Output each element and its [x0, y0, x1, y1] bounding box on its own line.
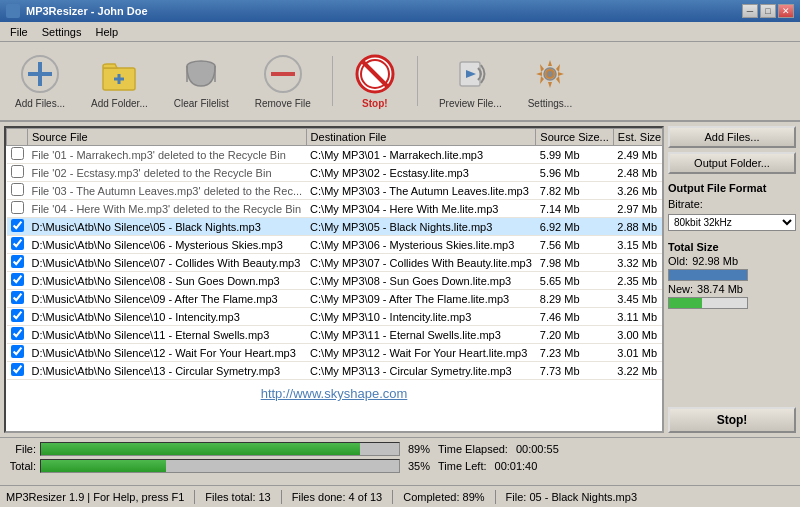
preview-file-icon: [449, 53, 491, 95]
menu-file[interactable]: File: [4, 25, 34, 39]
row-source: File '01 - Marrakech.mp3' deleted to the…: [28, 146, 307, 164]
row-checkbox[interactable]: [11, 345, 24, 358]
row-checkbox[interactable]: [11, 273, 24, 286]
preview-file-label: Preview File...: [439, 98, 502, 109]
title-bar: MP3Resizer - John Doe ─ □ ✕: [0, 0, 800, 22]
new-size-bar: [669, 298, 702, 308]
file-progress-container: [40, 442, 400, 456]
toolbar-separator-2: [417, 56, 418, 106]
row-dest: C:\My MP3\09 - After The Flame.lite.mp3: [306, 290, 536, 308]
table-row[interactable]: D:\Music\Atb\No Silence\13 - Circular Sy…: [7, 362, 665, 380]
row-checkbox[interactable]: [11, 309, 24, 322]
col-dest: Destination File: [306, 129, 536, 146]
menu-settings[interactable]: Settings: [36, 25, 88, 39]
table-row[interactable]: D:\Music\Atb\No Silence\11 - Eternal Swe…: [7, 326, 665, 344]
row-checkbox-cell: [7, 254, 28, 272]
row-checkbox[interactable]: [11, 147, 24, 160]
status-sep-4: [495, 490, 496, 504]
toolbar: Add Files... Add Folder... Clear Filelis…: [0, 42, 800, 122]
row-dest: C:\My MP3\10 - Intencity.lite.mp3: [306, 308, 536, 326]
row-est-size: 3.22 Mb: [613, 362, 664, 380]
time-left-value: 00:01:40: [495, 460, 538, 472]
files-done: Files done: 4 of 13: [292, 491, 383, 503]
row-dest: C:\My MP3\12 - Wait For Your Heart.lite.…: [306, 344, 536, 362]
row-src-size: 7.56 Mb: [536, 236, 613, 254]
row-source: D:\Music\Atb\No Silence\08 - Sun Goes Do…: [28, 272, 307, 290]
row-checkbox[interactable]: [11, 327, 24, 340]
row-est-size: 3.32 Mb: [613, 254, 664, 272]
row-source: D:\Music\Atb\No Silence\11 - Eternal Swe…: [28, 326, 307, 344]
row-est-size: 3.15 Mb: [613, 236, 664, 254]
status-bar: MP3Resizer 1.9 | For Help, press F1 File…: [0, 485, 800, 507]
table-row[interactable]: D:\Music\Atb\No Silence\10 - Intencity.m…: [7, 308, 665, 326]
old-size-bar: [669, 270, 747, 280]
time-left-label: Time Left:: [438, 460, 487, 472]
table-row[interactable]: File '01 - Marrakech.mp3' deleted to the…: [7, 146, 665, 164]
file-progress-label: File:: [6, 443, 36, 455]
add-folder-label: Add Folder...: [91, 98, 148, 109]
table-row[interactable]: D:\Music\Atb\No Silence\09 - After The F…: [7, 290, 665, 308]
row-est-size: 3.00 Mb: [613, 326, 664, 344]
close-button[interactable]: ✕: [778, 4, 794, 18]
add-files-button[interactable]: Add Files...: [6, 48, 74, 114]
file-list-container[interactable]: Source File Destination File Source Size…: [4, 126, 664, 433]
remove-file-icon: [262, 53, 304, 95]
row-checkbox[interactable]: [11, 165, 24, 178]
row-src-size: 7.46 Mb: [536, 308, 613, 326]
table-row[interactable]: D:\Music\Atb\No Silence\08 - Sun Goes Do…: [7, 272, 665, 290]
file-progress-row: File: 89% Time Elapsed: 00:00:55: [6, 442, 794, 456]
menu-bar: File Settings Help: [0, 22, 800, 42]
row-checkbox[interactable]: [11, 183, 24, 196]
row-dest: C:\My MP3\08 - Sun Goes Down.lite.mp3: [306, 272, 536, 290]
row-source: D:\Music\Atb\No Silence\13 - Circular Sy…: [28, 362, 307, 380]
bitrate-select[interactable]: 80kbit 32kHz 128kbit 44kHz 64kbit 22kHz: [668, 214, 796, 231]
output-folder-button[interactable]: Output Folder...: [668, 152, 796, 174]
row-checkbox-cell: [7, 290, 28, 308]
row-src-size: 7.14 Mb: [536, 200, 613, 218]
table-row[interactable]: D:\Music\Atb\No Silence\07 - Collides Wi…: [7, 254, 665, 272]
status-sep-3: [392, 490, 393, 504]
remove-file-button[interactable]: Remove File: [246, 48, 320, 114]
row-checkbox[interactable]: [11, 291, 24, 304]
row-src-size: 8.29 Mb: [536, 290, 613, 308]
current-file: File: 05 - Black Nights.mp3: [506, 491, 637, 503]
row-est-size: 2.48 Mb: [613, 164, 664, 182]
right-stop-button[interactable]: Stop!: [668, 407, 796, 433]
row-checkbox[interactable]: [11, 219, 24, 232]
stop-button[interactable]: Stop!: [345, 48, 405, 114]
table-row[interactable]: D:\Music\Atb\No Silence\06 - Mysterious …: [7, 236, 665, 254]
table-row[interactable]: File '04 - Here With Me.mp3' deleted to …: [7, 200, 665, 218]
row-source: D:\Music\Atb\No Silence\05 - Black Night…: [28, 218, 307, 236]
stop-label: Stop!: [362, 98, 388, 109]
row-checkbox[interactable]: [11, 201, 24, 214]
row-source: D:\Music\Atb\No Silence\12 - Wait For Yo…: [28, 344, 307, 362]
add-folder-button[interactable]: Add Folder...: [82, 48, 157, 114]
row-source: D:\Music\Atb\No Silence\10 - Intencity.m…: [28, 308, 307, 326]
add-files-label: Add Files...: [15, 98, 65, 109]
menu-help[interactable]: Help: [89, 25, 124, 39]
row-checkbox[interactable]: [11, 363, 24, 376]
table-row[interactable]: File '02 - Ecstasy.mp3' deleted to the R…: [7, 164, 665, 182]
time-elapsed-label: Time Elapsed:: [438, 443, 508, 455]
table-row[interactable]: File '03 - The Autumn Leaves.mp3' delete…: [7, 182, 665, 200]
row-checkbox-cell: [7, 164, 28, 182]
row-dest: C:\My MP3\02 - Ecstasy.lite.mp3: [306, 164, 536, 182]
minimize-button[interactable]: ─: [742, 4, 758, 18]
right-add-files-button[interactable]: Add Files...: [668, 126, 796, 148]
total-progress-label: Total:: [6, 460, 36, 472]
table-row[interactable]: D:\Music\Atb\No Silence\05 - Black Night…: [7, 218, 665, 236]
svg-point-17: [547, 71, 553, 77]
row-checkbox[interactable]: [11, 255, 24, 268]
main-area: Source File Destination File Source Size…: [0, 122, 800, 437]
settings-toolbar-button[interactable]: Settings...: [519, 48, 581, 114]
row-checkbox[interactable]: [11, 237, 24, 250]
preview-file-button[interactable]: Preview File...: [430, 48, 511, 114]
status-sep-2: [281, 490, 282, 504]
table-row[interactable]: D:\Music\Atb\No Silence\12 - Wait For Yo…: [7, 344, 665, 362]
maximize-button[interactable]: □: [760, 4, 776, 18]
col-est-size: Est. Size...: [613, 129, 664, 146]
bitrate-label: Bitrate:: [668, 198, 796, 210]
clear-filelist-button[interactable]: Clear Filelist: [165, 48, 238, 114]
row-source: File '02 - Ecstasy.mp3' deleted to the R…: [28, 164, 307, 182]
row-source: D:\Music\Atb\No Silence\06 - Mysterious …: [28, 236, 307, 254]
